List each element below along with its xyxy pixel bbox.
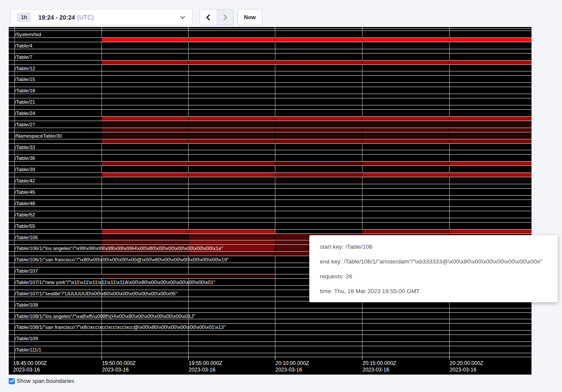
span-boundary-line: [9, 143, 532, 144]
span-cell: [275, 139, 362, 143]
span-boundary-line: [9, 37, 532, 38]
next-timeframe-button[interactable]: [217, 10, 233, 25]
heatmap-band[interactable]: /Table/7: [9, 53, 532, 64]
now-button[interactable]: Now: [237, 9, 262, 25]
axis-tick: [275, 357, 275, 360]
axis-tick-label: 19:50:00.000Z2023-03-16: [102, 360, 135, 373]
span-cell: [102, 252, 188, 256]
heatmap-row-label: /Table/48: [15, 200, 35, 206]
axis-tick-label: 20:20:00.000Z2023-03-16: [450, 360, 483, 373]
heatmap-band[interactable]: /System/tsd: [9, 30, 532, 42]
heatmap-band[interactable]: /Table/111/1: [9, 346, 532, 357]
axis-tick-label: 19:55:00.000Z2023-03-16: [189, 360, 222, 373]
span-boundary-line: [9, 319, 532, 319]
span-cell: [188, 240, 275, 244]
heatmap-band[interactable]: /Table/109: [9, 335, 532, 346]
check-icon: [10, 379, 14, 383]
span-boundary-line: [9, 312, 532, 313]
span-boundary-line: [9, 105, 532, 105]
tooltip-requests: requests: 28: [320, 269, 547, 284]
heatmap-band[interactable]: /Table/18: [9, 87, 532, 98]
span-boundary-line: [9, 199, 532, 200]
heatmap-band[interactable]: /Table/52: [9, 211, 532, 222]
span-cell: [362, 139, 449, 143]
heatmap-band[interactable]: /Table/45: [9, 188, 532, 199]
span-cell: [449, 162, 532, 166]
heatmap-row-label: /Table/107/1/"seattle"/"UUUUUUD\x00\x80\…: [15, 291, 177, 297]
heatmap-band[interactable]: /Table/4: [9, 42, 532, 53]
span-cell: [275, 117, 362, 121]
timeframe-nav-group: [200, 9, 234, 25]
time-axis: 19:45:00.000Z2023-03-1619:50:00.000Z2023…: [9, 357, 532, 375]
span-boundary-line: [9, 154, 532, 155]
heatmap-band[interactable]: /Table/108/1/"los angeles"/"\xa8\xf5\u00…: [9, 312, 532, 324]
span-boundary-line: [9, 109, 532, 110]
key-visualizer-heatmap[interactable]: /System/tsd/Table/4/Table/7/Table/12/Tab…: [9, 27, 532, 375]
heatmap-band[interactable]: /Table/12: [9, 64, 532, 76]
prev-timeframe-button[interactable]: [200, 10, 217, 25]
span-boundary-line: [9, 28, 532, 29]
span-boundary-line: [9, 341, 532, 342]
span-boundary-line: [9, 64, 532, 65]
span-boundary-line: [9, 53, 532, 54]
span-boundary-line: [9, 229, 532, 230]
span-cell: [188, 128, 275, 132]
heatmap-band[interactable]: /Table/108/1/"san francisco"/"\x8c\xcc\x…: [9, 323, 532, 335]
footer: Show span boundaries: [9, 378, 74, 384]
axis-tick-time: 20:15:00.000Z: [362, 360, 396, 367]
axis-tick-label: 20:15:00.000Z2023-03-16: [362, 360, 396, 373]
heatmap-row-label: /Table/4: [15, 43, 32, 49]
axis-tick-time: 19:50:00.000Z: [102, 360, 135, 367]
span-boundary-line: [9, 161, 532, 162]
heatmap-band[interactable]: /Table/24: [9, 109, 532, 121]
heatmap-band[interactable]: /Table/36: [9, 154, 532, 166]
axis-tick-time: 19:45:00.000Z: [13, 360, 47, 367]
heatmap-row-label: /Table/42: [15, 178, 35, 184]
duration-badge: 1h: [17, 13, 31, 22]
heatmap-row-label: /Table/109: [15, 335, 38, 341]
axis-tick-date: 2023-03-16: [362, 367, 396, 373]
span-cell: [275, 38, 362, 42]
span-boundary-line: [9, 177, 532, 177]
heatmap-band[interactable]: /Table/39: [9, 166, 532, 177]
show-span-boundaries-checkbox[interactable]: [9, 378, 15, 384]
heatmap-band[interactable]: /Table/42: [9, 177, 532, 188]
chevron-down-icon: [180, 16, 185, 19]
span-boundary-line: [9, 195, 532, 196]
span-cell: [275, 162, 362, 166]
heatmap-row-label: /Table/106/1/"los angeles"/"\x99\x99\x99…: [15, 245, 223, 251]
heatmap-band[interactable]: /NamespaceTable/30: [9, 132, 532, 143]
span-boundary-line: [9, 172, 532, 173]
heatmap-band[interactable]: /Table/21: [9, 98, 532, 109]
span-cell: [449, 128, 532, 132]
span-boundary-line: [9, 49, 532, 49]
heatmap-band[interactable]: /Table/48: [9, 199, 532, 211]
axis-tick-label: 20:10:00.000Z2023-03-16: [275, 360, 309, 373]
heatmap-band[interactable]: /Table/55: [9, 222, 532, 233]
axis-tick: [362, 357, 362, 360]
heatmap-row-label: /Table/52: [15, 212, 35, 218]
heatmap-band[interactable]: /Table/33: [9, 143, 532, 155]
span-boundary-line: [9, 166, 532, 166]
span-boundary-line: [9, 222, 532, 223]
axis-tick: [102, 357, 102, 360]
heatmap-band[interactable]: /Table/15: [9, 75, 532, 87]
span-cell: [362, 61, 449, 64]
heatmap-band[interactable]: /Table/27: [9, 121, 532, 132]
span-cell: [188, 274, 275, 278]
span-boundary-line: [9, 233, 532, 234]
heatmap-row-label: /Table/33: [15, 144, 35, 150]
heatmap-band[interactable]: /Table/108: [9, 301, 532, 312]
span-cell: [102, 162, 188, 166]
span-cell: [275, 61, 362, 64]
span-cell: [449, 61, 532, 64]
span-boundary-line: [9, 60, 532, 61]
heatmap-row-label: /Table/108: [15, 302, 38, 308]
span-cell: [188, 117, 275, 121]
timezone-label: (UTC): [77, 14, 94, 21]
time-range-picker[interactable]: 1h 19:24 - 20:24 (UTC): [10, 9, 193, 25]
span-cell: [102, 139, 188, 143]
heatmap-row-label: /System/tsd: [15, 31, 41, 37]
axis-tick-date: 2023-03-16: [13, 367, 47, 373]
span-boundary-line: [9, 94, 532, 94]
